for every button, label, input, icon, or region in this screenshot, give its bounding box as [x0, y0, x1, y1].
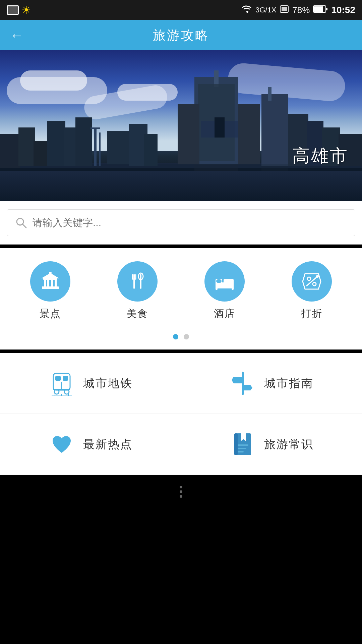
svg-line-60	[307, 277, 317, 286]
svg-rect-12	[64, 127, 77, 166]
svg-point-57	[216, 279, 222, 283]
battery-percent: 78%	[292, 5, 310, 15]
category-section: 景点 美食	[0, 248, 362, 350]
temple-icon	[39, 270, 62, 293]
city-name-label: 高雄市	[292, 144, 349, 168]
food-icon	[126, 270, 149, 293]
header: ← 旅游攻略	[0, 20, 362, 50]
battery-icon	[313, 5, 328, 15]
dot-2[interactable]	[184, 334, 189, 339]
svg-rect-4	[314, 6, 323, 12]
svg-rect-77	[237, 451, 244, 452]
svg-rect-41	[51, 279, 53, 287]
page-indicators	[7, 327, 355, 343]
svg-rect-11	[47, 121, 65, 166]
page-title: 旅游攻略	[153, 27, 209, 44]
category-item-meishi[interactable]: 美食	[104, 261, 171, 321]
grid-cell-subway[interactable]: 城市地铁	[0, 353, 181, 414]
category-circle-jingdian	[30, 261, 70, 302]
svg-rect-2	[282, 7, 287, 11]
svg-rect-40	[47, 279, 49, 287]
sim-icon	[280, 4, 289, 16]
knowledge-label: 旅游常识	[264, 437, 314, 452]
time-display: 10:52	[331, 5, 355, 15]
svg-rect-63	[55, 376, 61, 381]
grid-cell-hotspot[interactable]: 最新热点	[0, 414, 181, 475]
svg-rect-76	[237, 448, 246, 449]
svg-point-59	[313, 282, 316, 286]
nav-dots	[180, 486, 182, 498]
back-button[interactable]: ←	[10, 28, 23, 43]
status-bar: ☀ 3G/1X 78% 10:52	[0, 0, 362, 20]
signpost-icon	[229, 370, 256, 397]
svg-rect-8	[0, 134, 20, 168]
train-icon	[48, 370, 75, 397]
category-circle-meishi	[117, 261, 158, 302]
svg-rect-54	[224, 279, 234, 285]
book-icon	[229, 431, 256, 458]
svg-rect-78	[234, 433, 238, 455]
discount-icon	[300, 270, 323, 293]
nav-dot-3	[180, 495, 182, 498]
grid-cell-guide[interactable]: 城市指南	[181, 353, 362, 414]
category-label-jingdian: 景点	[40, 307, 61, 321]
svg-line-36	[22, 224, 26, 228]
status-left-icons: ☀	[7, 4, 31, 16]
hero-water	[0, 171, 362, 201]
heart-icon	[48, 431, 75, 458]
wifi-icon	[241, 4, 252, 16]
svg-point-58	[307, 277, 311, 280]
svg-rect-42	[55, 279, 57, 287]
category-label-dazhe: 打折	[301, 307, 322, 321]
svg-rect-75	[237, 444, 248, 446]
signal-text: 3G/1X	[255, 6, 276, 14]
svg-rect-64	[63, 376, 68, 381]
search-icon	[15, 217, 27, 229]
svg-rect-5	[326, 8, 327, 10]
svg-rect-24	[215, 117, 225, 138]
hotel-icon	[213, 270, 236, 293]
category-item-jiudian[interactable]: 酒店	[191, 261, 258, 321]
svg-rect-25	[178, 104, 199, 164]
svg-point-61	[316, 275, 319, 278]
guide-label: 城市指南	[264, 376, 314, 391]
svg-rect-19	[144, 134, 158, 166]
screen-icon	[7, 5, 19, 15]
svg-rect-55	[216, 286, 218, 290]
search-section	[0, 201, 362, 245]
svg-rect-15	[90, 127, 100, 129]
svg-rect-13	[75, 117, 92, 166]
subway-label: 城市地铁	[83, 376, 133, 391]
grid-cell-knowledge[interactable]: 旅游常识	[181, 414, 362, 475]
svg-rect-27	[261, 94, 288, 166]
search-input[interactable]	[33, 217, 347, 228]
category-item-jingdian[interactable]: 景点	[17, 261, 84, 321]
bottom-nav	[0, 475, 362, 508]
svg-point-0	[246, 11, 248, 13]
hotspot-label: 最新热点	[83, 437, 133, 452]
category-circle-jiudian	[204, 261, 245, 302]
category-label-meishi: 美食	[127, 307, 148, 321]
svg-rect-16	[99, 132, 101, 166]
category-label-jiudian: 酒店	[214, 307, 235, 321]
status-right-info: 3G/1X 78% 10:52	[241, 4, 355, 16]
svg-rect-14	[94, 127, 97, 166]
category-grid: 景点 美食	[7, 261, 355, 327]
svg-rect-56	[232, 286, 234, 290]
svg-point-45	[128, 272, 147, 291]
nav-dot-1	[180, 486, 182, 488]
svg-rect-9	[18, 127, 35, 166]
svg-rect-39	[44, 279, 46, 287]
hero-image: 高雄市	[0, 50, 362, 201]
svg-rect-26	[238, 104, 260, 164]
weather-icon: ☀	[21, 4, 31, 16]
category-item-dazhe[interactable]: 打折	[278, 261, 345, 321]
category-circle-dazhe	[292, 261, 332, 302]
svg-rect-10	[34, 141, 49, 166]
dot-1[interactable]	[173, 334, 178, 339]
search-box[interactable]	[7, 209, 355, 236]
svg-rect-28	[268, 87, 272, 101]
bottom-grid: 城市地铁 城市指南 最新热点	[0, 353, 362, 475]
svg-point-44	[49, 272, 52, 274]
svg-rect-17	[107, 131, 131, 164]
